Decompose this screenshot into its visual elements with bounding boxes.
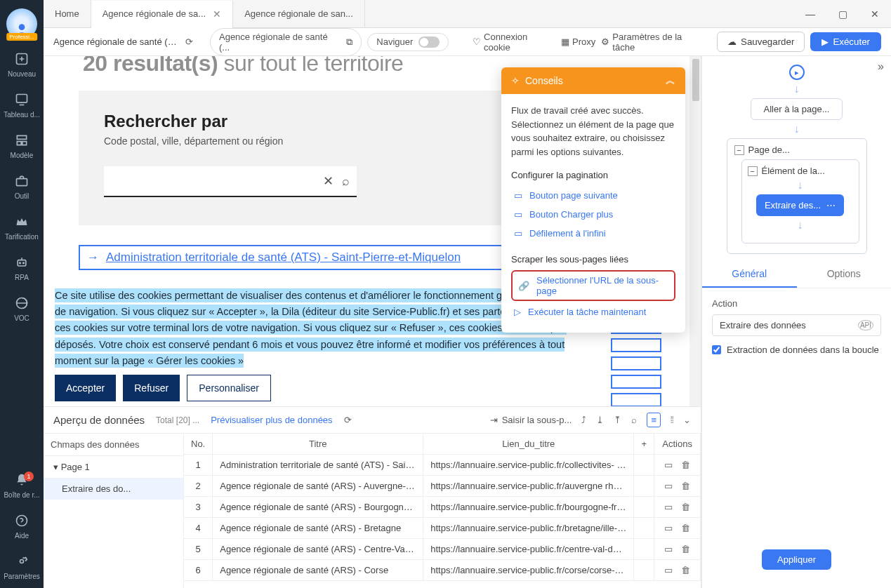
- edit-icon[interactable]: ▭: [664, 502, 673, 512]
- cell-empty: [634, 560, 654, 581]
- dp-preview-more[interactable]: Prévisualiser plus de données: [211, 415, 332, 425]
- cell-actions: ▭🗑: [654, 497, 701, 518]
- sidebar-item-settings[interactable]: Paramètres: [0, 547, 44, 588]
- list-view-icon[interactable]: ≡: [647, 413, 661, 427]
- cell-empty: [634, 518, 654, 539]
- dp-page-node[interactable]: ▾ Page 1: [44, 456, 183, 478]
- delete-icon[interactable]: 🗑: [681, 544, 690, 554]
- sidebar-item-voc[interactable]: VOC: [0, 289, 44, 330]
- sidebar-item-rpa[interactable]: RPA: [0, 248, 44, 289]
- more-icon[interactable]: ⋯: [826, 200, 836, 211]
- delete-icon[interactable]: 🗑: [681, 460, 690, 470]
- infinite-icon: ▭: [514, 228, 522, 239]
- close-window-button[interactable]: ✕: [859, 0, 891, 28]
- refresh-icon[interactable]: ⟳: [185, 36, 193, 47]
- download-icon[interactable]: ⤓: [596, 415, 604, 425]
- clear-icon[interactable]: ✕: [323, 173, 334, 189]
- tab-options[interactable]: Options: [797, 261, 892, 288]
- edit-icon[interactable]: ▭: [664, 565, 673, 575]
- sidebar-item-inbox[interactable]: 1 Boîte de r...: [0, 466, 44, 507]
- sidebar-item-tool[interactable]: Outil: [0, 167, 44, 208]
- upload-icon[interactable]: ⤒: [614, 415, 621, 425]
- tab-active[interactable]: Agence régionale de sa... ✕: [91, 1, 233, 29]
- col-title[interactable]: Titre: [213, 434, 423, 455]
- collapse-panel-icon[interactable]: ⌄: [683, 415, 691, 425]
- tab-secondary[interactable]: Agence régionale de san...: [233, 0, 365, 28]
- tab-home[interactable]: Home: [44, 0, 91, 28]
- task-settings-link[interactable]: ⚙Paramètres de la tâche: [601, 32, 706, 53]
- action-label: Action: [712, 298, 881, 309]
- sidebar-item-template[interactable]: Modèle: [0, 126, 44, 167]
- edit-icon[interactable]: ▭: [664, 460, 673, 470]
- tips-link-subpage-url[interactable]: 🔗Sélectionner l'URL de la sous-page: [511, 270, 675, 301]
- apply-button[interactable]: Appliquer: [762, 549, 831, 570]
- flow-start-node[interactable]: ▸: [789, 65, 805, 80]
- flow-goto-page[interactable]: Aller à la page...: [751, 98, 843, 120]
- edit-icon[interactable]: ▭: [664, 481, 673, 491]
- run-button[interactable]: ▶Exécuter: [810, 32, 881, 51]
- table-row[interactable]: 3Agence régionale de santé (ARS) - Bourg…: [184, 497, 701, 518]
- collapse-icon[interactable]: −: [748, 166, 758, 176]
- filter-icon[interactable]: ⌕: [631, 415, 637, 425]
- url-input[interactable]: Agence régionale de santé (... ⧉: [210, 28, 362, 56]
- table-row[interactable]: 1Administration territoriale de santé (A…: [184, 455, 701, 476]
- save-button[interactable]: ☁Sauvegarder: [717, 32, 805, 52]
- flow-loop-page[interactable]: −Page de... −Élément de la... ↓ Extraire…: [727, 138, 867, 254]
- toggle-switch[interactable]: [418, 36, 440, 48]
- close-icon[interactable]: ✕: [213, 8, 221, 20]
- sidebar-item-dashboard[interactable]: Tableau d...: [0, 86, 44, 126]
- sidebar-item-help[interactable]: Aide: [0, 507, 44, 547]
- tips-link-next-page[interactable]: ▭Bouton page suivante: [511, 186, 675, 205]
- grid-view-icon[interactable]: ⦙⦙: [671, 415, 673, 426]
- delete-icon[interactable]: 🗑: [681, 481, 690, 491]
- collapse-icon[interactable]: ︽: [666, 74, 675, 87]
- table-row[interactable]: 4Agence régionale de santé (ARS) - Breta…: [184, 518, 701, 539]
- tab-general[interactable]: Général: [702, 261, 797, 288]
- tips-link-run-now[interactable]: ▷Exécuter la tâche maintenant: [511, 302, 675, 321]
- tips-link-infinite[interactable]: ▭Défilement à l'infini: [511, 224, 675, 243]
- cookie-login-link[interactable]: ♡Connexion cookie: [473, 32, 555, 53]
- sidebar-item-new[interactable]: Nouveau: [0, 45, 44, 86]
- maximize-button[interactable]: ▢: [826, 0, 859, 28]
- dp-extract-node[interactable]: Extraire des do...: [44, 478, 183, 500]
- notification-badge: 1: [24, 472, 34, 481]
- table-row[interactable]: 5Agence régionale de santé (ARS) - Centr…: [184, 539, 701, 560]
- minimize-button[interactable]: —: [794, 0, 826, 28]
- tips-link-load-more[interactable]: ▭Bouton Charger plus: [511, 205, 675, 224]
- proxy-link[interactable]: ▦Proxy: [561, 36, 595, 47]
- table-row[interactable]: 2Agence régionale de santé (ARS) - Auver…: [184, 476, 701, 497]
- col-link[interactable]: Lien_du_titre: [423, 434, 634, 455]
- sidebar-item-pricing[interactable]: Tarification: [0, 208, 44, 248]
- selected-item[interactable]: [611, 375, 661, 389]
- table-row[interactable]: 6Agence régionale de santé (ARS) - Corse…: [184, 560, 701, 581]
- search-icon[interactable]: ⌕: [342, 174, 350, 189]
- delete-icon[interactable]: 🗑: [681, 502, 690, 512]
- collapse-icon[interactable]: −: [734, 145, 744, 155]
- navigate-toggle[interactable]: Naviguer: [367, 33, 449, 51]
- cookie-customize-button[interactable]: Personnaliser: [187, 375, 271, 401]
- refresh-icon[interactable]: ⟳: [344, 415, 352, 425]
- loop-extraction-checkbox[interactable]: Extraction de données dans la boucle: [712, 345, 881, 355]
- app-logo[interactable]: Professi...: [6, 8, 37, 39]
- cookie-accept-button[interactable]: Accepter: [55, 375, 116, 401]
- tips-header[interactable]: ✧ Conseils ︽: [501, 67, 685, 94]
- action-input[interactable]: Extraire des données API: [712, 314, 881, 336]
- selected-item[interactable]: [611, 393, 661, 407]
- cell-link: https://lannuaire.service-public.fr/cors…: [423, 560, 634, 581]
- copy-icon[interactable]: ⧉: [346, 36, 352, 48]
- flow-extract-node[interactable]: Extraire des...⋯: [756, 194, 844, 216]
- cookie-refuse-button[interactable]: Refuser: [123, 375, 180, 401]
- checkbox-input[interactable]: [712, 345, 721, 354]
- selected-item[interactable]: [611, 356, 661, 370]
- collapse-workflow-icon[interactable]: »: [878, 60, 884, 73]
- delete-icon[interactable]: 🗑: [681, 565, 690, 575]
- search-input[interactable]: ✕ ⌕: [104, 166, 357, 197]
- selected-item[interactable]: [611, 338, 661, 352]
- edit-icon[interactable]: ▭: [664, 544, 673, 554]
- edit-icon[interactable]: ▭: [664, 523, 673, 533]
- delete-icon[interactable]: 🗑: [681, 523, 690, 533]
- add-column-button[interactable]: +: [634, 434, 654, 455]
- export-icon[interactable]: ⤴: [581, 415, 586, 425]
- arrow-down-icon: ↓: [798, 219, 803, 232]
- subpage-input[interactable]: ⇥Saisir la sous-p...: [490, 415, 572, 425]
